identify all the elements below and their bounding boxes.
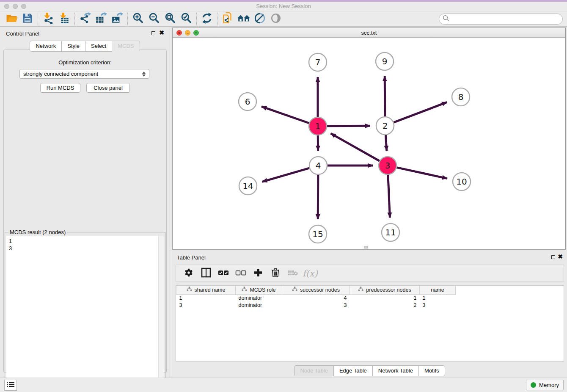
graph-edge-3-1[interactable] bbox=[330, 133, 379, 161]
mcds-result-title: MCDS result (2 nodes) bbox=[8, 229, 67, 235]
tab-node-table[interactable]: Node Table bbox=[294, 365, 333, 376]
refresh-layout-icon bbox=[201, 12, 213, 26]
zoom-fit-icon bbox=[164, 12, 176, 26]
criterion-dropdown[interactable]: strongly connected component bbox=[19, 69, 149, 79]
search-input[interactable] bbox=[452, 16, 559, 22]
close-panel-icon[interactable]: ✖ bbox=[159, 29, 164, 36]
optimization-criterion-label: Optimization criterion: bbox=[4, 59, 166, 66]
table-delete-icon bbox=[287, 269, 298, 278]
tab-network-table[interactable]: Network Table bbox=[372, 365, 418, 376]
table-float-icon[interactable] bbox=[551, 255, 555, 259]
network-canvas[interactable]: 1234678910111415 bbox=[173, 38, 565, 249]
table-settings-button[interactable] bbox=[182, 267, 195, 280]
control-panel: Control Panel ✖ Network Style Select MCD… bbox=[0, 27, 170, 378]
zoom-in-button[interactable] bbox=[130, 12, 146, 26]
graph-node-label-7: 7 bbox=[315, 57, 321, 67]
graph-edge-3-10[interactable] bbox=[396, 168, 447, 179]
graph-edge-2-3[interactable] bbox=[385, 135, 386, 151]
table-header-row[interactable]: shared name MCDS role successor nodes pr… bbox=[176, 286, 456, 294]
export-image-button[interactable] bbox=[109, 12, 125, 26]
column-header-name[interactable]: name bbox=[420, 286, 456, 294]
graph-edge-1-6[interactable] bbox=[261, 107, 309, 123]
close-panel-button[interactable]: Close panel bbox=[86, 83, 130, 93]
column-header-successor-nodes[interactable]: successor nodes bbox=[282, 286, 350, 294]
graph-edge-1-2[interactable] bbox=[327, 126, 370, 126]
network-window-titlebar[interactable]: x – + scc.txt bbox=[173, 28, 565, 38]
graph-node-label-14: 14 bbox=[242, 181, 253, 191]
graph-edge-4-15[interactable] bbox=[318, 175, 318, 219]
column-header-shared-name[interactable]: shared name bbox=[176, 286, 236, 294]
unselect-all-button[interactable] bbox=[234, 267, 248, 280]
canvas-scrollbar-thumb[interactable] bbox=[364, 246, 368, 248]
zoom-selected-icon bbox=[180, 12, 192, 26]
refresh-layout-button[interactable] bbox=[199, 12, 215, 26]
run-mcds-button[interactable]: Run MCDS bbox=[40, 83, 80, 93]
zoom-fit-button[interactable] bbox=[162, 12, 178, 26]
export-image-icon bbox=[111, 12, 123, 26]
tab-motifs[interactable]: Motifs bbox=[418, 365, 445, 376]
export-network-icon bbox=[79, 12, 91, 26]
node-table[interactable]: shared name MCDS role successor nodes pr… bbox=[176, 285, 564, 362]
tab-edge-table[interactable]: Edge Table bbox=[333, 365, 372, 376]
node-table-body: 1dominator4113dominator323 bbox=[176, 294, 456, 309]
save-session-button[interactable] bbox=[19, 12, 36, 26]
table-settings-icon bbox=[184, 268, 193, 279]
graph-edge-3-11[interactable] bbox=[388, 175, 390, 218]
mcds-panel: Optimization criterion: strongly connect… bbox=[3, 50, 167, 373]
table-row[interactable]: 1dominator411 bbox=[176, 294, 456, 301]
app-titlebar: Session: New Session bbox=[0, 2, 567, 11]
toolbar-separator bbox=[74, 13, 75, 25]
result-scrollbar[interactable] bbox=[158, 236, 164, 390]
control-panel-header: Control Panel ✖ bbox=[0, 27, 170, 39]
app-title: Session: New Session bbox=[0, 3, 567, 9]
show-details-icon bbox=[270, 12, 282, 26]
export-network-button[interactable] bbox=[77, 12, 93, 26]
toggle-graphics-button[interactable] bbox=[252, 12, 268, 26]
tab-network[interactable]: Network bbox=[30, 41, 61, 52]
add-column-button[interactable] bbox=[251, 267, 265, 280]
column-panel-button[interactable] bbox=[199, 267, 213, 280]
import-network-button[interactable] bbox=[40, 12, 56, 26]
open-session-button[interactable] bbox=[3, 12, 19, 26]
graph-node-label-3: 3 bbox=[385, 160, 391, 171]
export-table-button[interactable] bbox=[93, 12, 109, 26]
mcds-result-text[interactable]: 1 3 bbox=[9, 237, 156, 388]
main-toolbar bbox=[0, 11, 567, 27]
network-graph[interactable]: 1234678910111415 bbox=[173, 38, 565, 249]
graph-edge-2-9[interactable] bbox=[385, 76, 385, 116]
function-builder-button-disabled: f(x) bbox=[303, 267, 317, 280]
toolbar-separator bbox=[38, 13, 38, 25]
graph-node-label-10: 10 bbox=[456, 177, 467, 187]
clone-network-button[interactable] bbox=[220, 12, 236, 26]
zoom-selected-button[interactable] bbox=[178, 12, 194, 26]
tab-select[interactable]: Select bbox=[85, 41, 112, 52]
import-table-button[interactable] bbox=[56, 12, 72, 26]
delete-button[interactable] bbox=[269, 267, 282, 280]
table-close-icon[interactable]: ✖ bbox=[558, 253, 563, 260]
column-header-predecessor-nodes[interactable]: predecessor nodes bbox=[350, 286, 420, 294]
graph-edge-4-14[interactable] bbox=[262, 168, 309, 182]
tab-mcds[interactable]: MCDS bbox=[112, 41, 140, 52]
show-details-button[interactable] bbox=[268, 12, 284, 26]
column-header-mcds-role[interactable]: MCDS role bbox=[236, 286, 282, 294]
zoom-out-icon bbox=[148, 12, 160, 26]
graph-node-label-4: 4 bbox=[316, 160, 321, 171]
column-type-icon bbox=[187, 287, 192, 293]
float-panel-icon[interactable] bbox=[151, 31, 155, 35]
import-network-icon bbox=[42, 12, 54, 26]
table-row[interactable]: 3dominator323 bbox=[176, 301, 456, 309]
mcds-result-area: 1 3 bbox=[6, 236, 164, 390]
task-history-button[interactable] bbox=[4, 380, 17, 391]
tab-style[interactable]: Style bbox=[61, 41, 85, 52]
graph-edge-2-8[interactable] bbox=[394, 102, 447, 122]
toolbar-separator bbox=[127, 13, 128, 25]
control-panel-tabs: Network Style Select MCDS bbox=[0, 41, 170, 52]
graph-node-label-9: 9 bbox=[382, 56, 388, 66]
memory-button[interactable]: Memory bbox=[526, 380, 564, 390]
ndex-button[interactable] bbox=[236, 12, 252, 26]
zoom-out-button[interactable] bbox=[146, 12, 162, 26]
graph-node-label-15: 15 bbox=[312, 229, 323, 239]
search-field[interactable] bbox=[439, 14, 563, 25]
column-panel-icon bbox=[201, 268, 211, 279]
select-all-button[interactable] bbox=[217, 267, 230, 280]
